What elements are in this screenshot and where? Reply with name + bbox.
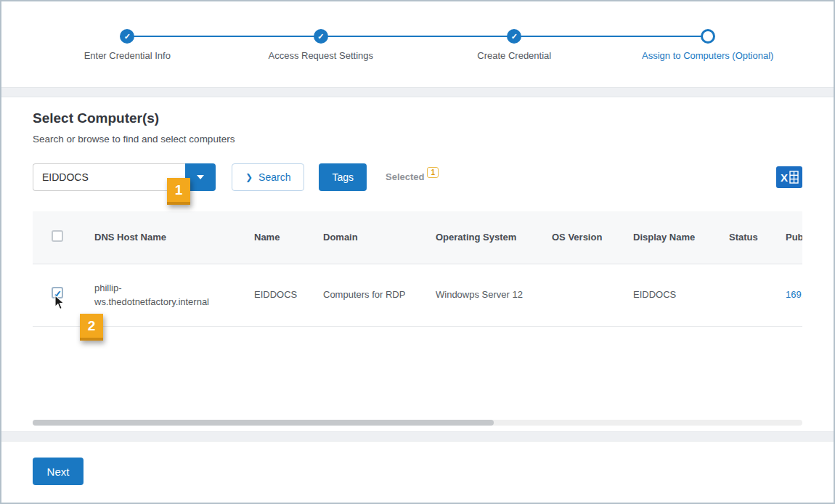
chevron-down-icon (197, 175, 204, 179)
search-button-label: Search (258, 171, 290, 183)
column-header-public-ip[interactable]: Pub (773, 211, 802, 264)
wizard-stepper: ✓ Enter Credential Info ✓ Access Request… (1, 1, 834, 87)
cell-domain: Computers for RDP (310, 264, 423, 326)
section-divider (1, 87, 834, 97)
svg-text:X: X (781, 171, 788, 184)
export-excel-button[interactable]: X (776, 166, 802, 188)
column-header-operating-system[interactable]: Operating System (423, 211, 539, 264)
next-button[interactable]: Next (33, 458, 84, 485)
table-row[interactable]: phillip-ws.thedotnetfactory.internal EID… (33, 264, 802, 326)
column-header-os-version[interactable]: OS Version (539, 211, 620, 264)
cell-status (716, 264, 773, 326)
step-assign-to-computers[interactable]: Assign to Computers (Optional) (611, 29, 805, 61)
step-create-credential[interactable]: ✓ Create Credential (418, 29, 611, 61)
table-header-row: DNS Host Name Name Domain Operating Syst… (33, 211, 802, 264)
page-title: Select Computer(s) (33, 110, 802, 126)
wizard-footer: Next (1, 442, 834, 501)
step-label: Create Credential (477, 50, 551, 61)
chevron-right-icon: ❯ (245, 172, 253, 182)
cell-os-version (539, 264, 620, 326)
tags-button[interactable]: Tags (319, 163, 367, 191)
step-label: Access Request Settings (268, 50, 373, 61)
step-label: Enter Credential Info (84, 50, 171, 61)
column-header-display-name[interactable]: Display Name (620, 211, 716, 264)
selected-label: Selected (386, 171, 424, 182)
cursor-icon (54, 295, 65, 311)
step-enter-credential-info[interactable]: ✓ Enter Credential Info (30, 29, 224, 61)
section-divider (1, 431, 834, 442)
annotation-step-2-badge: 2 (80, 314, 103, 341)
excel-icon: X (776, 166, 802, 188)
horizontal-scrollbar-thumb[interactable] (33, 420, 494, 426)
column-header-status[interactable]: Status (716, 211, 773, 264)
page-subtitle: Search or browse to find and select comp… (33, 134, 802, 145)
search-button[interactable]: ❯ Search (232, 163, 304, 191)
select-all-checkbox[interactable] (52, 230, 63, 242)
selected-count-badge: 1 (427, 167, 439, 178)
step-label: Assign to Computers (Optional) (642, 50, 773, 61)
horizontal-scrollbar-track[interactable] (33, 420, 802, 426)
cell-display-name: EIDDOCS (620, 264, 716, 326)
public-ip-link[interactable]: 169. (786, 289, 802, 300)
computers-table: DNS Host Name Name Domain Operating Syst… (33, 211, 802, 327)
step-access-request-settings[interactable]: ✓ Access Request Settings (224, 29, 418, 61)
cell-name: EIDDOCS (241, 264, 310, 326)
step-current-circle-icon (701, 29, 715, 44)
annotation-step-1-badge: 1 (167, 178, 190, 205)
step-complete-check-icon: ✓ (314, 29, 328, 44)
selected-indicator: Selected1 (386, 171, 439, 183)
step-complete-check-icon: ✓ (507, 29, 521, 44)
column-header-domain[interactable]: Domain (310, 211, 423, 264)
select-computers-panel: Select Computer(s) Search or browse to f… (1, 97, 834, 431)
search-toolbar: ❯ Search Tags Selected1 X (33, 163, 802, 191)
search-input[interactable] (33, 163, 185, 191)
column-header-dns-host-name[interactable]: DNS Host Name (81, 211, 241, 264)
wizard-page: ✓ Enter Credential Info ✓ Access Request… (0, 0, 835, 504)
step-complete-check-icon: ✓ (120, 29, 134, 44)
cell-dns-host-name: phillip-ws.thedotnetfactory.internal (81, 264, 241, 326)
cell-operating-system: Windowps Server 12 (423, 264, 539, 326)
column-header-name[interactable]: Name (241, 211, 310, 264)
